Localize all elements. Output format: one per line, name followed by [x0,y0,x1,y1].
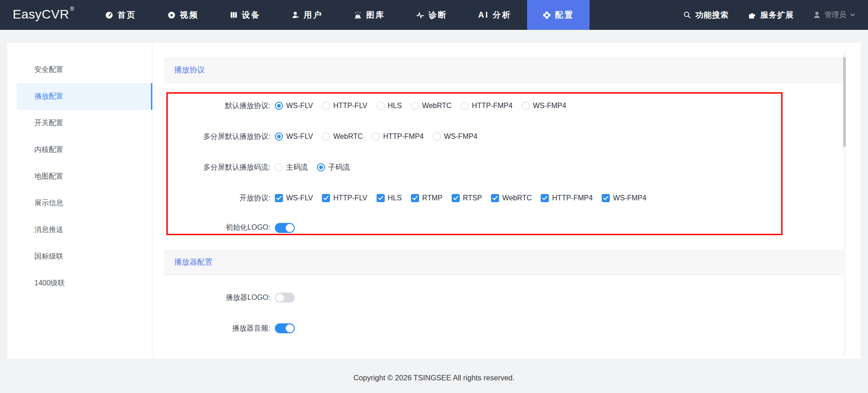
radio-option[interactable]: HLS [377,102,402,110]
person-icon [813,11,821,19]
radio-option[interactable]: WebRTC [411,102,452,110]
open-protocol-checkbox-group: WS-FLV HTTP-FLV HLS RTMP RTSP WebRTC HTT… [275,194,646,202]
section-title: 播放器配置 [174,257,212,267]
puzzle-icon [748,11,756,19]
checkbox-option[interactable]: HTTP-FMP4 [541,194,593,202]
field-label: 默认播放协议: [153,101,270,111]
radio-option[interactable]: HTTP-FLV [322,102,367,110]
scrollbar-track[interactable] [843,50,846,356]
play-icon [167,11,176,19]
main-menu: 首页 视频 设备 用户 图库 诊断 AI 分析 配置 [90,0,590,30]
top-navbar: EasyCVR ® 首页 视频 设备 用户 图库 诊断 AI 分析 [0,0,868,30]
user-name: 管理员 [825,10,846,20]
player-audio-toggle[interactable] [275,323,295,333]
checkbox-option[interactable]: WS-FMP4 [602,194,646,202]
nav-item-device[interactable]: 设备 [214,0,276,30]
sidebar-item-message-push[interactable]: 消息推送 [17,217,152,243]
nav-item-video[interactable]: 视频 [152,0,214,30]
checkbox-option[interactable]: RTMP [411,194,443,202]
nav-item-label: 用户 [304,9,323,20]
sidebar-item-kernel-config[interactable]: 内核配置 [17,137,152,163]
function-search-button[interactable]: 功能搜索 [683,9,729,20]
sidebar-item-display-info[interactable]: 展示信息 [17,190,152,217]
init-logo-control [275,223,295,233]
settings-sidebar: 安全配置 播放配置 开关配置 内核配置 地图配置 展示信息 消息推送 国标级联 … [7,43,152,359]
checkbox-icon [322,194,330,202]
radio-option[interactable]: HTTP-FMP4 [372,133,424,141]
open-protocol-row: 开放协议: WS-FLV HTTP-FLV HLS RTMP RTSP WebR… [153,183,846,213]
checkbox-icon [411,194,419,202]
player-logo-row: 播放器LOGO: [153,282,846,313]
player-audio-row: 播放器音频: [153,313,846,344]
radio-icon [275,163,283,171]
nav-item-config[interactable]: 配置 [527,0,590,30]
settings-panel: 播放协议 默认播放协议: WS-FLV HTTP-FLV HLS WebRTC … [153,43,846,359]
radio-icon [275,102,283,110]
radio-option[interactable]: WS-FMP4 [522,102,566,110]
sidebar-item-label: 开关配置 [34,118,63,128]
nav-item-home[interactable]: 首页 [90,0,152,30]
player-audio-control [275,323,295,333]
navbar-right: 功能搜索 服务扩展 管理员 [683,0,855,30]
sidebar-item-label: 播放配置 [34,92,63,101]
radio-option[interactable]: 主码流 [275,163,308,172]
service-extension-button[interactable]: 服务扩展 [748,9,794,20]
dashboard-icon [105,11,113,19]
copyright-footer: Copyright © 2026 TSINGSEE All rights res… [0,374,868,382]
multiscreen-stream-radio-group: 主码流 子码流 [275,163,350,172]
nav-item-label: 首页 [118,9,137,20]
checkbox-option[interactable]: WS-FLV [275,194,313,202]
field-label: 初始化LOGO: [153,223,270,232]
radio-option[interactable]: 子码流 [317,163,350,172]
user-menu[interactable]: 管理员 [813,10,855,20]
radio-option[interactable]: HTTP-FMP4 [461,102,513,110]
nav-item-gallery[interactable]: 图库 [338,0,401,30]
sidebar-item-label: 1400级联 [34,279,65,288]
checkbox-icon [602,194,610,202]
nav-item-diagnosis[interactable]: 诊断 [401,0,463,30]
sidebar-item-switch-config[interactable]: 开关配置 [17,110,152,137]
nav-item-ai[interactable]: AI 分析 [463,0,527,30]
checkbox-option[interactable]: HTTP-FLV [322,194,367,202]
device-icon [230,11,238,19]
checkbox-option[interactable]: HLS [377,194,402,202]
sidebar-item-map-config[interactable]: 地图配置 [17,163,152,190]
radio-icon [322,133,330,141]
field-label: 播放器LOGO: [153,293,270,303]
app-logo[interactable]: EasyCVR ® [13,0,74,30]
field-label: 多分屏默认播放协议: [153,132,270,142]
radio-option[interactable]: WS-FMP4 [433,133,477,141]
field-label: 播放器音频: [153,324,270,333]
checkbox-icon [377,194,385,202]
radio-option[interactable]: WebRTC [322,133,363,141]
checkbox-icon [491,194,499,202]
radio-option[interactable]: WS-FLV [275,102,313,110]
section-title: 播放协议 [174,65,205,75]
sidebar-item-1400-cascade[interactable]: 1400级联 [17,270,152,297]
user-icon [292,11,300,19]
checkbox-icon [452,194,460,202]
field-label: 多分屏默认播放码流: [153,163,270,172]
registered-mark: ® [70,6,74,12]
radio-icon [317,163,325,171]
nav-item-label: 视频 [180,9,199,20]
checkbox-option[interactable]: RTSP [452,194,482,202]
player-logo-control [275,293,295,303]
init-logo-toggle[interactable] [275,223,295,233]
scrollbar-thumb[interactable] [843,57,846,147]
checkbox-option[interactable]: WebRTC [491,194,532,202]
nav-item-label: 配置 [555,9,574,20]
sidebar-item-playback-config[interactable]: 播放配置 [17,83,152,110]
sidebar-item-label: 地图配置 [34,172,63,181]
sidebar-item-gb-cascade[interactable]: 国标级联 [17,243,152,270]
alarm-icon [354,11,362,19]
radio-icon [275,133,283,141]
search-icon [683,11,691,19]
sidebar-item-security-config[interactable]: 安全配置 [17,57,152,83]
radio-option[interactable]: WS-FLV [275,133,313,141]
radio-icon [372,133,380,141]
default-protocol-radio-group: WS-FLV HTTP-FLV HLS WebRTC HTTP-FMP4 WS-… [275,102,566,110]
player-logo-toggle[interactable] [275,293,295,303]
nav-item-user[interactable]: 用户 [276,0,338,30]
sidebar-item-label: 国标级联 [34,252,63,261]
